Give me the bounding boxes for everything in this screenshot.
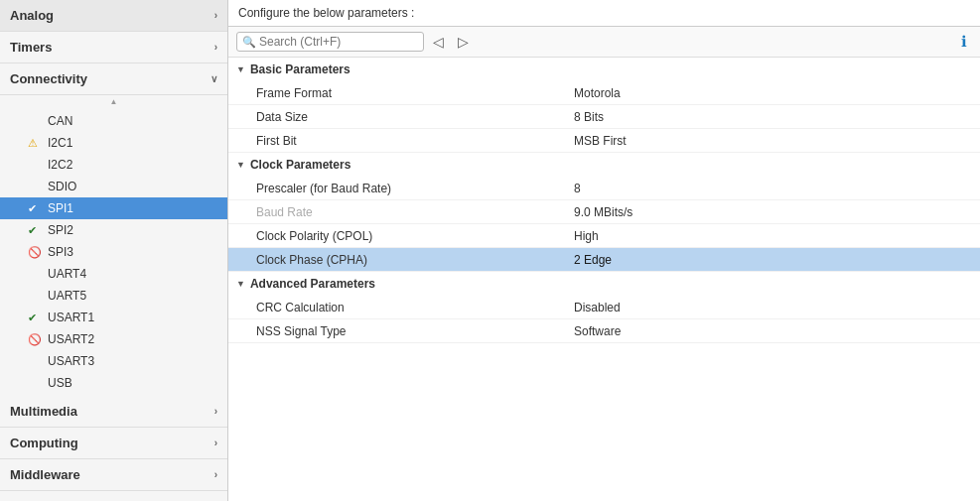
sidebar-section-timers-label: Timers [10,40,52,55]
param-name-first-bit: First Bit [256,134,574,148]
section-arrow-icon: ▼ [236,160,245,170]
param-value-clock-phase: 2 Edge [574,253,972,267]
chevron-down-icon: ∨ [210,73,217,84]
sidebar-item-label: USART3 [48,354,94,368]
sidebar-item-spi3[interactable]: 🚫SPI3 [0,241,227,263]
section-header-advanced[interactable]: ▼ Advanced Parameters [228,272,980,296]
param-row-clock-polarity[interactable]: Clock Polarity (CPOL)High [228,224,980,248]
check-icon: ✔ [28,224,44,237]
sidebar-item-i2c2[interactable]: I2C2 [0,154,227,176]
sidebar-item-label: USART1 [48,311,94,324]
param-name-clock-phase: Clock Phase (CPHA) [256,253,574,267]
sidebar-section-multimedia-label: Multimedia [10,404,77,419]
prev-button[interactable]: ◁ [428,32,449,52]
toolbar: 🔍 ◁ ▷ ℹ [228,27,980,58]
params-area: ▼ Basic ParametersFrame FormatMotorolaDa… [228,58,980,501]
chevron-right-icon: › [214,406,217,417]
config-header: Configure the below parameters : [228,0,980,27]
section-label: Basic Parameters [250,63,350,76]
sidebar-section-computing-label: Computing [10,436,78,450]
param-value-crc-calc: Disabled [574,301,972,314]
chevron-right-icon: › [214,438,217,448]
param-row-data-size[interactable]: Data Size8 Bits [228,105,980,129]
scroll-up-indicator: ▲ [0,95,227,108]
sidebar-item-label: I2C2 [48,158,72,172]
sidebar-section-connectivity-label: Connectivity [10,71,87,86]
param-name-baud-rate: Baud Rate [256,205,574,219]
section-label: Advanced Parameters [250,277,375,291]
sidebar-section-timers[interactable]: Timers › [0,32,227,63]
param-name-prescaler: Prescaler (for Baud Rate) [256,182,574,195]
param-value-frame-format: Motorola [574,86,972,100]
section-arrow-icon: ▼ [236,64,245,74]
connectivity-items: CAN⚠I2C1I2C2SDIO✔SPI1✔SPI2🚫SPI3UART4UART… [0,108,227,396]
sidebar-item-label: USART2 [48,332,94,346]
sidebar-item-can[interactable]: CAN [0,110,227,132]
check-icon: ✔ [28,202,44,215]
sidebar-section-computing[interactable]: Computing › [0,428,227,459]
sidebar-section-middleware[interactable]: Middleware › [0,459,227,491]
sidebar-item-label: SPI1 [48,201,73,215]
sidebar-section-multimedia[interactable]: Multimedia › [0,396,227,428]
sidebar-item-label: I2C1 [48,136,72,150]
sidebar-item-label: SPI3 [48,245,73,259]
sidebar-item-usart3[interactable]: USART3 [0,350,227,372]
param-row-clock-phase[interactable]: Clock Phase (CPHA)2 Edge [228,248,980,272]
sidebar-item-label: UART4 [48,267,86,281]
sidebar: Analog › Timers › Connectivity ∨ ▲ CAN⚠I… [0,0,228,501]
param-row-prescaler[interactable]: Prescaler (for Baud Rate)8 [228,177,980,200]
config-header-label: Configure the below parameters : [238,6,414,20]
section-header-clock[interactable]: ▼ Clock Parameters [228,153,980,177]
chevron-right-icon: › [214,469,217,480]
section-arrow-icon: ▼ [236,279,245,289]
param-value-prescaler: 8 [574,182,972,195]
param-value-baud-rate: 9.0 MBits/s [574,205,972,219]
next-button[interactable]: ▷ [453,32,474,52]
param-value-first-bit: MSB First [574,134,972,148]
sidebar-section-middleware-label: Middleware [10,467,80,482]
sidebar-item-sdio[interactable]: SDIO [0,176,227,197]
sidebar-section-analog[interactable]: Analog › [0,0,227,32]
param-row-first-bit[interactable]: First BitMSB First [228,129,980,153]
param-value-nss-signal: Software [574,324,972,338]
section-header-basic[interactable]: ▼ Basic Parameters [228,58,980,81]
sidebar-item-label: SPI2 [48,223,73,237]
search-input[interactable] [259,35,418,49]
sidebar-item-spi1[interactable]: ✔SPI1 [0,197,227,219]
param-row-frame-format[interactable]: Frame FormatMotorola [228,81,980,105]
sidebar-item-label: UART5 [48,289,86,303]
sidebar-item-label: CAN [48,114,72,128]
param-name-nss-signal: NSS Signal Type [256,324,574,338]
param-name-data-size: Data Size [256,110,574,124]
param-value-data-size: 8 Bits [574,110,972,124]
check-icon: ✔ [28,312,44,324]
main-content: Configure the below parameters : 🔍 ◁ ▷ ℹ… [228,0,980,501]
section-label: Clock Parameters [250,158,350,172]
chevron-right-icon: › [214,10,217,21]
chevron-right-icon: › [214,42,217,53]
sidebar-item-uart5[interactable]: UART5 [0,285,227,307]
param-row-nss-signal[interactable]: NSS Signal TypeSoftware [228,319,980,343]
cancel-icon: 🚫 [28,333,44,346]
cancel-icon: 🚫 [28,246,44,259]
sidebar-section-connectivity[interactable]: Connectivity ∨ [0,63,227,95]
sidebar-item-uart4[interactable]: UART4 [0,263,227,285]
param-row-crc-calc[interactable]: CRC CalculationDisabled [228,296,980,319]
sidebar-item-usart1[interactable]: ✔USART1 [0,307,227,328]
sidebar-item-label: USB [48,376,72,390]
sidebar-item-i2c1[interactable]: ⚠I2C1 [0,132,227,154]
sidebar-item-spi2[interactable]: ✔SPI2 [0,219,227,241]
sidebar-item-label: SDIO [48,180,76,193]
warn-icon: ⚠ [28,137,44,150]
search-box: 🔍 [236,32,424,52]
sidebar-item-usb[interactable]: USB [0,372,227,394]
param-value-clock-polarity: High [574,229,972,243]
param-name-frame-format: Frame Format [256,86,574,100]
sidebar-section-analog-label: Analog [10,8,54,23]
param-name-clock-polarity: Clock Polarity (CPOL) [256,229,574,243]
search-icon: 🔍 [242,36,256,49]
param-row-baud-rate[interactable]: Baud Rate9.0 MBits/s [228,200,980,224]
sidebar-item-usart2[interactable]: 🚫USART2 [0,328,227,350]
info-button[interactable]: ℹ [956,31,972,53]
param-name-crc-calc: CRC Calculation [256,301,574,314]
